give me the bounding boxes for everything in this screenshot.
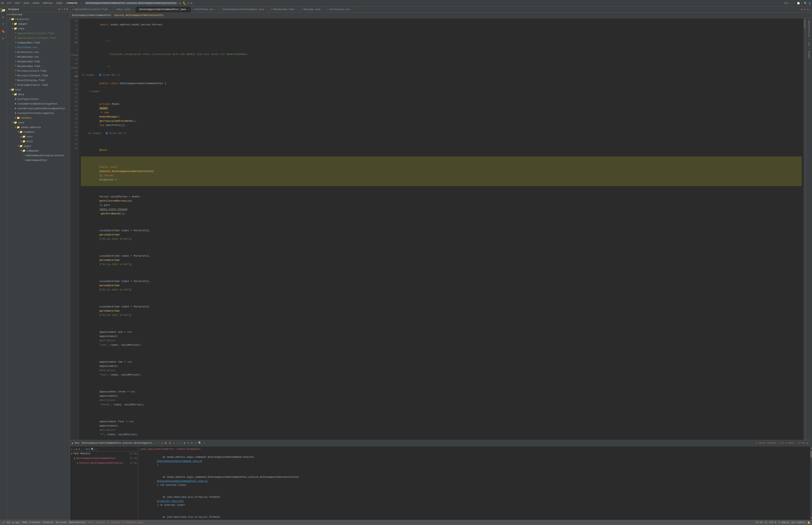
sort-icon[interactable]: ≡ — [187, 441, 189, 445]
settings-icon[interactable]: ⚙ — [191, 1, 193, 5]
tab-mainjava[interactable]: J Main.java × — [113, 6, 135, 13]
breadcrumb-item-java[interactable]: java — [24, 2, 29, 4]
tree-mainapp[interactable]: ▶ ◆ MainApp — [6, 12, 70, 17]
test-deletecommand-class[interactable]: ● DeleteAppointmentCommandTest 27 ms — [70, 456, 138, 461]
tab-deletecommand[interactable]: J DeleteAppointmentCommand.java × — [219, 6, 269, 13]
tree-util[interactable]: ▶ 📁 util — [6, 139, 70, 144]
test-toolbar-icon3[interactable]: ⊕ — [76, 448, 78, 451]
output-scrollbar[interactable]: ∧ ∨ — [810, 446, 812, 520]
tree-commands-folder[interactable]: ▼ 📁 commands — [6, 149, 70, 153]
breadcrumb-item-address[interactable]: address — [43, 2, 52, 4]
tree-view[interactable]: ▼ 📁 view — [6, 26, 70, 31]
git-update-icon[interactable]: ↑ — [794, 2, 796, 4]
breadcrumb-item-commands[interactable]: commands — [66, 2, 78, 4]
sidebar-settings-icon[interactable]: ⚙ — [58, 7, 60, 11]
git-status-label[interactable]: Git — [6, 521, 11, 524]
coverage-icon[interactable]: ☂ — [188, 1, 189, 5]
tree-mainwindow[interactable]: F MainWindow.fxml — [6, 64, 70, 69]
test-execute-method[interactable]: ✕ execute_deleteAppointmentSucces 27 ms — [70, 461, 138, 466]
test-toolbar-icon6[interactable]: ↑ — [83, 448, 85, 451]
line-ending[interactable]: LF — [765, 521, 767, 524]
test-toolbar-icon7[interactable]: ⊞ — [86, 448, 88, 451]
scroll-down-icon[interactable]: ∨ — [810, 516, 812, 520]
tab-deleteappointmenttest[interactable]: T DeleteAppointmentCommandTest.java × — [135, 6, 191, 13]
expand-icon[interactable]: ⊕ — [190, 441, 193, 445]
close-extensions-icon[interactable]: × — [351, 9, 353, 11]
close-deletetest-icon[interactable]: × — [187, 9, 189, 11]
todo-btn[interactable]: TODO — [21, 521, 27, 524]
link-deletetest[interactable]: DeleteAppointmentCommandTest.java:51 — [157, 480, 208, 482]
tree-jsonuserpref[interactable]: ▶ JsonUserPrefsStorageTest — [6, 111, 70, 116]
run-status-btn[interactable]: ▶ Run — [13, 521, 20, 524]
tab-darktheme[interactable]: C DarkTheme.css × — [191, 6, 219, 13]
indent[interactable]: 4 spaces — [778, 521, 790, 524]
test-toolbar-icon4[interactable]: ≡ — [78, 448, 80, 451]
breadcrumb-item-test[interactable]: test — [15, 2, 20, 4]
tree-resultdisplay[interactable]: F ResultDisplay.fxml — [6, 78, 70, 83]
chevron-down-icon[interactable]: ∨ — [809, 8, 810, 11]
notifications-label[interactable]: Notifications — [807, 20, 811, 38]
search-icon[interactable]: 🔍 — [804, 2, 807, 5]
tree-addcommandintegration[interactable]: T AddCommandIntegrationTest — [6, 153, 70, 158]
step-out-icon[interactable]: ↑ — [180, 441, 182, 445]
rerun-icon[interactable]: ↺ — [161, 441, 163, 445]
breadcrumb-item-src[interactable]: src — [7, 2, 11, 4]
tab-mainwindow[interactable]: F MainWindow.fxml × — [269, 6, 300, 13]
tree-personlistcard[interactable]: F PersonListCard.fxml — [6, 69, 70, 73]
tree-helpwindowcss[interactable]: C HelpWindow.css — [6, 55, 70, 59]
code-content[interactable]: import seedu.address.model.person.Person… — [79, 18, 803, 440]
search-run-icon[interactable]: 🔍 — [198, 441, 202, 445]
services-btn[interactable]: Services — [56, 521, 67, 524]
tab-mainapp[interactable]: J MainApp.java × — [300, 6, 326, 13]
tree-commandbox[interactable]: F CommandBox.fxml — [6, 41, 70, 45]
test-toolbar-icon8[interactable]: ⊘ — [88, 448, 90, 451]
close-darktheme-icon[interactable]: × — [215, 9, 217, 11]
tree-apptlistpanel[interactable]: F AppointmentListPanel.fxml — [6, 36, 70, 41]
tab-apptlistcard[interactable]: F AppointmentListCard.fxml × — [70, 6, 113, 13]
tree-images[interactable]: ▶ 📁 images — [6, 21, 70, 26]
tree-darktheme[interactable]: C DarkTheme.css — [6, 45, 70, 50]
test-toolbar-icon1[interactable]: ▷ — [71, 448, 73, 451]
tree-icon[interactable]: ⊞ — [183, 441, 186, 445]
breadcrumb-method[interactable]: execute_deleteAppointmentSuccessful — [114, 14, 164, 17]
close-run-icon[interactable]: × — [158, 442, 159, 445]
git-branch[interactable]: gui-update — [791, 521, 806, 524]
gradle-label[interactable]: Gradle — [807, 50, 811, 59]
user-icon[interactable]: 👤 — [808, 2, 811, 5]
tree-logic[interactable]: ▼ 📁 logic — [6, 144, 70, 149]
problems-btn[interactable]: Problems — [29, 521, 41, 524]
tree-commons[interactable]: ▼ 📁 commons — [6, 130, 70, 134]
git-label-right[interactable]: Git — [807, 41, 811, 47]
git-undo-icon[interactable]: ↩ — [801, 2, 802, 5]
settings-bottom-icon[interactable]: ⚙ — [806, 442, 808, 445]
editor-scrollbar[interactable] — [803, 18, 806, 440]
git-status-icon[interactable]: ⎇ — [2, 521, 5, 524]
structure-icon[interactable]: ≡ — [1, 36, 6, 41]
tree-data[interactable]: ▼ 📁 data — [6, 92, 70, 97]
step-over-icon[interactable]: ↷ — [173, 441, 175, 445]
chevron-up-icon[interactable]: ∧ — [806, 8, 808, 11]
close-mainwindow-icon[interactable]: × — [295, 9, 297, 11]
breadcrumb-item-tp[interactable]: tp — [1, 2, 4, 4]
close-mainjava-icon[interactable]: × — [131, 9, 133, 11]
tree-core[interactable]: ▶ 📁 core — [6, 134, 70, 139]
link-deletecommand[interactable]: DeleteAppointmentCommand.java:44 — [157, 460, 202, 463]
tree-jsonserial[interactable]: ▶ JsonSerializableAddressBookTest — [6, 106, 70, 111]
charset[interactable]: UTF-8 — [769, 521, 776, 524]
close-apptlistcard-icon[interactable]: × — [109, 9, 111, 11]
project-icon[interactable]: 📁 — [1, 8, 6, 13]
pull-request-icon[interactable]: ⤴ — [1, 22, 6, 27]
run-icon[interactable]: ▶ — [180, 1, 181, 5]
close-mainapp-icon[interactable]: × — [321, 9, 323, 11]
tree-resources[interactable]: ▼ 📁 resources — [6, 17, 70, 21]
stop-icon[interactable]: ■ — [164, 441, 167, 445]
pause-icon[interactable]: ⏸ — [168, 441, 172, 445]
link-arraylist1[interactable]: ArrayList.java:1541 — [157, 500, 184, 502]
tree-sandbox[interactable]: ▶ 📁 sandbox — [6, 116, 70, 120]
terminal-btn[interactable]: Terminal — [42, 521, 53, 524]
debug-icon[interactable]: 🐛 — [183, 1, 186, 5]
sidebar-expand-icon[interactable]: ≡ — [64, 7, 65, 11]
sidebar-gear-icon[interactable]: ⚙ — [66, 7, 68, 11]
tree-jsonabstorage[interactable]: ▶ JsonAddressBookStorageTest — [6, 102, 70, 106]
tree-test[interactable]: ▼ 📁 test — [6, 87, 70, 92]
